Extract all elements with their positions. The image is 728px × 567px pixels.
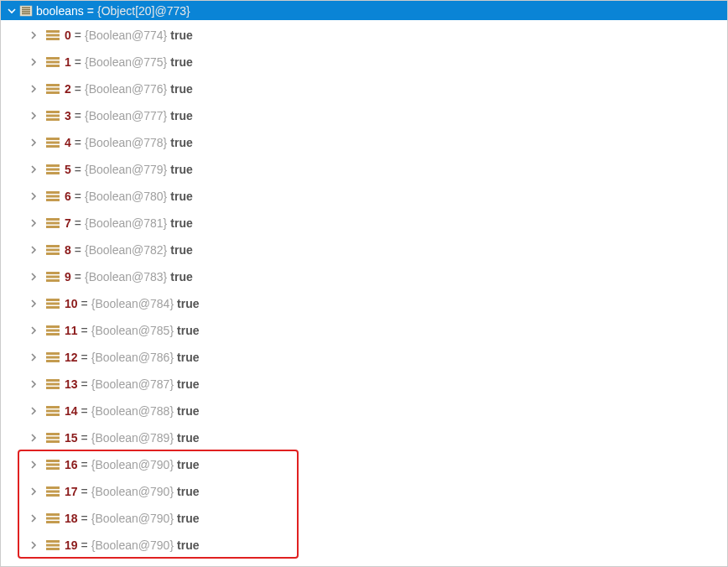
svg-rect-63 [46,544,60,547]
entry-type-ref: {Boolean@780} [85,190,167,203]
array-entry[interactable]: 5 = {Boolean@779}true [1,156,727,183]
svg-rect-52 [46,440,60,443]
entry-index: 11 [65,324,78,337]
svg-rect-27 [46,222,60,225]
entry-index: 10 [65,297,78,310]
array-element-icon [46,110,60,122]
svg-rect-55 [46,467,60,470]
svg-rect-45 [46,383,60,386]
array-entry[interactable]: 1 = {Boolean@775}true [1,49,727,75]
equals-label: = [81,351,88,364]
entry-value: true [170,136,192,149]
array-element-icon [46,137,60,148]
array-entry[interactable]: 15 = {Boolean@789}true [1,424,727,451]
chevron-right-icon [29,353,41,362]
svg-rect-13 [46,91,60,94]
svg-rect-34 [46,279,60,282]
chevron-down-icon [6,7,18,15]
svg-rect-48 [46,410,60,413]
equals-label: = [75,243,81,257]
array-entry[interactable]: 3 = {Boolean@777}true [1,102,727,129]
array-entry[interactable]: 10 = {Boolean@784}true [1,290,727,317]
entry-index: 12 [65,351,78,364]
svg-rect-40 [46,333,60,336]
entry-value: true [170,109,192,122]
array-element-icon [46,83,60,95]
array-entry[interactable]: 14 = {Boolean@788}true [1,398,727,424]
svg-rect-7 [46,38,60,40]
svg-rect-5 [46,30,60,33]
svg-rect-41 [46,352,60,355]
svg-rect-18 [46,142,60,144]
svg-rect-20 [46,164,60,167]
svg-rect-22 [46,172,60,174]
array-element-icon [46,351,60,363]
svg-rect-26 [46,218,60,221]
array-element-icon [46,190,60,202]
equals-label: = [81,485,88,498]
svg-rect-31 [46,252,60,255]
equals-label: = [75,55,81,69]
entry-value: true [170,190,192,203]
entry-value: true [177,297,199,310]
entry-type-ref: {Boolean@790} [91,538,174,552]
array-entry[interactable]: 17 = {Boolean@790}true [1,478,727,505]
array-entry[interactable]: 16 = {Boolean@790}true [1,451,727,478]
chevron-right-icon [29,112,41,120]
svg-rect-44 [46,379,60,382]
chevron-right-icon [29,487,41,496]
chevron-right-icon [29,380,41,388]
svg-rect-57 [46,491,60,493]
entry-value: true [177,538,199,552]
svg-rect-30 [46,249,60,252]
entry-index: 16 [65,458,78,471]
chevron-right-icon [29,58,41,66]
svg-rect-25 [46,199,60,201]
array-entry[interactable]: 0 = {Boolean@774}true [1,22,727,49]
svg-rect-14 [46,111,60,113]
array-entry[interactable]: 12 = {Boolean@786}true [1,344,727,371]
root-variable-name: booleans [36,4,84,18]
entry-index: 4 [65,136,71,149]
array-entry[interactable]: 11 = {Boolean@785}true [1,317,727,344]
array-element-icon [46,486,60,497]
array-entry[interactable]: 6 = {Boolean@780}true [1,183,727,210]
array-element-icon [46,217,60,229]
array-entry[interactable]: 19 = {Boolean@790}true [1,532,727,559]
entry-type-ref: {Boolean@789} [91,431,174,445]
entry-value: true [170,29,192,42]
array-element-icon [46,271,60,283]
array-element-icon [46,512,60,524]
entry-value: true [170,270,192,284]
equals-label: = [81,431,88,445]
root-variable-row[interactable]: booleans = {Object[20]@773} [1,1,727,20]
svg-rect-64 [46,548,60,550]
svg-rect-53 [46,460,60,462]
chevron-right-icon [29,434,41,442]
root-variable-value: {Object[20]@773} [97,4,190,18]
array-entry[interactable]: 7 = {Boolean@781}true [1,210,727,237]
svg-rect-16 [46,118,60,121]
entry-index: 17 [65,485,78,498]
entry-type-ref: {Boolean@787} [91,377,174,391]
svg-rect-46 [46,387,60,389]
svg-rect-59 [46,513,60,516]
chevron-right-icon [29,273,41,281]
array-entry[interactable]: 13 = {Boolean@787}true [1,371,727,398]
svg-rect-56 [46,486,60,489]
array-entry[interactable]: 9 = {Boolean@783}true [1,263,727,290]
svg-rect-35 [46,299,60,301]
array-entry[interactable]: 18 = {Boolean@790}true [1,505,727,532]
array-entry[interactable]: 8 = {Boolean@782}true [1,237,727,263]
svg-rect-10 [46,65,60,67]
entry-index: 8 [65,243,71,257]
equals-label: = [75,163,81,176]
array-entry[interactable]: 4 = {Boolean@778}true [1,129,727,156]
equals-label: = [75,136,81,149]
equals-label: = [81,458,88,471]
equals-label: = [75,190,81,203]
array-entry[interactable]: 2 = {Boolean@776}true [1,75,727,102]
svg-rect-37 [46,306,60,309]
equals-label: = [81,512,88,525]
entry-type-ref: {Boolean@774} [85,29,167,42]
